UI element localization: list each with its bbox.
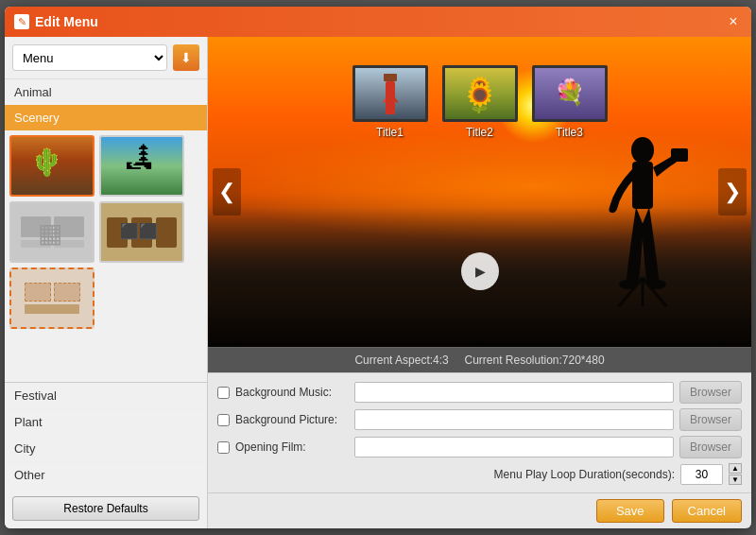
status-bar: Current Aspect:4:3 Current Resolution:72… (208, 347, 751, 372)
bg-picture-checkbox[interactable] (217, 414, 230, 426)
svg-rect-2 (671, 148, 688, 162)
preview-thumb-label-2: Title2 (466, 126, 493, 139)
thumbnail-desert[interactable] (9, 135, 94, 197)
download-button[interactable]: ⬇ (173, 44, 199, 71)
duration-row: Menu Play Loop Duration(seconds): 30 ▲ ▼ (217, 463, 742, 485)
title-bar-left: Edit Menu (14, 14, 98, 29)
menu-category-list: Animal Scenery (5, 79, 207, 130)
play-button[interactable] (461, 252, 499, 290)
preview-thumb-label-3: Title3 (556, 126, 583, 139)
preview-thumb-3: 💐 Title3 (532, 65, 608, 139)
preview-area: Title1 🌻 Title2 💐 Title3 (208, 37, 751, 347)
aspect-status: Current Aspect:4:3 (354, 354, 448, 367)
dialog-title: Edit Menu (35, 14, 98, 29)
dialog-icon (14, 14, 29, 29)
duration-down-button[interactable]: ▼ (729, 475, 742, 485)
bg-music-label: Background Music: (235, 386, 349, 399)
thumbnail-grid2[interactable] (99, 201, 184, 263)
duration-spinner: ▲ ▼ (729, 463, 742, 485)
bg-picture-row: Background Picture: Browser (217, 408, 742, 431)
bg-music-row: Background Music: Browser (217, 381, 742, 404)
left-panel: Menu Scene Custom ⬇ Animal Scenery (5, 37, 208, 528)
thumb-row-2 (9, 201, 202, 263)
bg-music-checkbox[interactable] (217, 387, 230, 399)
thumbnail-field[interactable] (99, 135, 184, 197)
svg-point-0 (631, 137, 654, 164)
save-button[interactable]: Save (596, 499, 664, 523)
bg-picture-input[interactable] (354, 409, 674, 430)
preview-thumb-img-3: 💐 (532, 65, 608, 122)
preview-thumb-1: Title1 (352, 65, 428, 139)
resolution-status: Current Resolution:720*480 (464, 354, 604, 367)
bg-music-input[interactable] (354, 382, 674, 403)
svg-rect-1 (632, 162, 653, 209)
thumbnail-section (5, 130, 207, 382)
duration-input[interactable]: 30 (680, 464, 723, 485)
edit-menu-dialog: Edit Menu × Menu Scene Custom ⬇ Animal S… (5, 7, 751, 528)
list-item-plant[interactable]: Plant (5, 409, 207, 436)
nav-left-button[interactable]: ❮ (213, 168, 241, 216)
list-item-city[interactable]: City (5, 436, 207, 462)
thumbnail-grid1[interactable] (9, 201, 94, 263)
close-button[interactable]: × (725, 13, 742, 30)
cancel-button[interactable]: Cancel (672, 499, 742, 523)
thumb-row-1 (9, 135, 202, 197)
preview-thumb-label-1: Title1 (376, 126, 404, 139)
silhouette-figure (591, 131, 695, 314)
thumbnail-dashed[interactable] (9, 268, 94, 329)
opening-film-input[interactable] (354, 437, 674, 457)
preview-thumb-2: 🌻 Title2 (442, 65, 518, 139)
menu-dropdown[interactable]: Menu Scene Custom (12, 44, 167, 71)
menu-item-scenery[interactable]: Scenery (5, 105, 207, 130)
duration-label: Menu Play Loop Duration(seconds): (494, 468, 675, 481)
restore-defaults-button[interactable]: Restore Defaults (12, 496, 199, 521)
bottom-bar: Save Cancel (208, 492, 751, 528)
dropdown-row: Menu Scene Custom ⬇ (5, 37, 207, 79)
opening-film-browser-button[interactable]: Browser (679, 436, 742, 458)
opening-film-label: Opening Film: (235, 440, 349, 454)
bottom-category-list: Festival Plant City Other (5, 382, 207, 489)
right-panel: Title1 🌻 Title2 💐 Title3 (208, 37, 751, 528)
thumb-row-3 (9, 268, 202, 329)
nav-right-button[interactable]: ❯ (718, 168, 747, 216)
menu-item-animal[interactable]: Animal (5, 79, 207, 105)
list-item-festival[interactable]: Festival (5, 383, 207, 409)
content-area: Menu Scene Custom ⬇ Animal Scenery (5, 37, 751, 528)
options-panel: Background Music: Browser Background Pic… (208, 372, 751, 492)
thumbnail-preview-row: Title1 🌻 Title2 💐 Title3 (352, 65, 608, 139)
opening-film-checkbox[interactable] (217, 441, 230, 454)
bg-picture-label: Background Picture: (235, 413, 349, 426)
preview-thumb-img-1 (352, 65, 428, 122)
duration-up-button[interactable]: ▲ (729, 463, 742, 474)
bg-picture-browser-button[interactable]: Browser (679, 408, 742, 431)
bg-music-browser-button[interactable]: Browser (679, 381, 742, 404)
opening-film-row: Opening Film: Browser (217, 436, 742, 458)
preview-thumb-img-2: 🌻 (442, 65, 518, 122)
list-item-other[interactable]: Other (5, 462, 207, 489)
title-bar: Edit Menu × (5, 7, 751, 37)
